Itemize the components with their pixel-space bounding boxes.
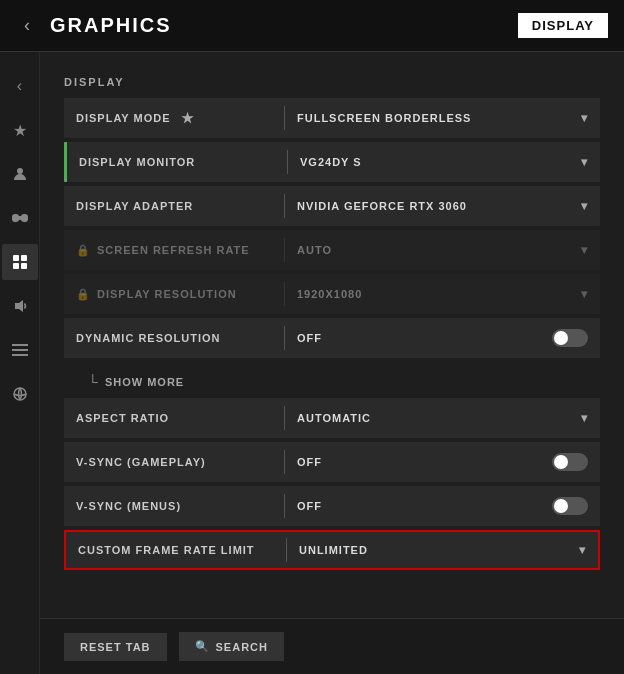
main-layout: ‹ ★ DISPLAY DISPLAY MODE ★ (0, 52, 624, 674)
setting-row-dynamic-resolution[interactable]: DYNAMIC RESOLUTION OFF (64, 318, 600, 358)
setting-row-display-monitor[interactable]: DISPLAY MONITOR VG24DY S ▾ (64, 142, 600, 182)
setting-value-display-adapter: NVIDIA GEFORCE RTX 3060 ▾ (285, 199, 600, 213)
settings-group-1: DISPLAY MODE ★ FULLSCREEN BORDERLESS ▾ D… (64, 98, 600, 358)
dynamic-resolution-toggle[interactable] (552, 329, 588, 347)
setting-label-display-mode: DISPLAY MODE ★ (64, 110, 284, 126)
chevron-icon: ▾ (581, 243, 588, 257)
setting-row-screen-refresh-rate: 🔒 SCREEN REFRESH RATE AUTO ▾ (64, 230, 600, 270)
setting-row-vsync-menus[interactable]: V-SYNC (MENUS) OFF (64, 486, 600, 526)
chevron-icon: ▾ (581, 111, 588, 125)
header-left: ‹ GRAPHICS (16, 11, 172, 40)
sidebar-item-graphics[interactable] (2, 244, 38, 280)
svg-rect-17 (12, 354, 28, 356)
setting-label-vsync-menus: V-SYNC (MENUS) (64, 500, 284, 512)
display-badge: DISPLAY (518, 13, 608, 38)
chevron-icon: ▾ (579, 543, 586, 557)
back-button[interactable]: ‹ (16, 11, 38, 40)
setting-row-display-adapter[interactable]: DISPLAY ADAPTER NVIDIA GEFORCE RTX 3060 … (64, 186, 600, 226)
setting-value-vsync-gameplay: OFF (285, 453, 600, 471)
setting-label-vsync-gameplay: V-SYNC (GAMEPLAY) (64, 456, 284, 468)
setting-row-display-resolution: 🔒 DISPLAY RESOLUTION 1920X1080 ▾ (64, 274, 600, 314)
svg-marker-14 (15, 300, 23, 312)
svg-rect-5 (13, 217, 16, 219)
show-more-label: SHOW MORE (105, 376, 184, 388)
setting-value-aspect-ratio: AUTOMATIC ▾ (285, 411, 600, 425)
vsync-gameplay-toggle[interactable] (552, 453, 588, 471)
main-content: DISPLAY DISPLAY MODE ★ FULLSCREEN BORDER… (40, 52, 624, 674)
sidebar-item-network[interactable] (2, 376, 38, 412)
svg-point-0 (17, 168, 23, 174)
setting-label-aspect-ratio: ASPECT RATIO (64, 412, 284, 424)
svg-rect-10 (13, 255, 19, 261)
chevron-icon: ▾ (581, 155, 588, 169)
star-icon: ★ (181, 110, 195, 126)
setting-value-display-monitor: VG24DY S ▾ (288, 155, 600, 169)
setting-row-vsync-gameplay[interactable]: V-SYNC (GAMEPLAY) OFF (64, 442, 600, 482)
setting-label-display-resolution: 🔒 DISPLAY RESOLUTION (64, 288, 284, 301)
search-button[interactable]: 🔍 SEARCH (179, 632, 284, 661)
svg-point-7 (25, 217, 27, 219)
vsync-menus-toggle[interactable] (552, 497, 588, 515)
page-title: GRAPHICS (50, 14, 172, 37)
search-label: SEARCH (216, 641, 268, 653)
sidebar-item-favorites[interactable]: ★ (2, 112, 38, 148)
setting-label-custom-frame-rate: CUSTOM FRAME RATE LIMIT (66, 544, 286, 556)
search-icon: 🔍 (195, 640, 210, 653)
sidebar-item-profile[interactable] (2, 156, 38, 192)
lock-icon: 🔒 (76, 288, 91, 301)
setting-row-aspect-ratio[interactable]: ASPECT RATIO AUTOMATIC ▾ (64, 398, 600, 438)
sidebar-item-audio[interactable] (2, 288, 38, 324)
setting-value-dynamic-resolution: OFF (285, 329, 600, 347)
show-more[interactable]: └ SHOW MORE (64, 370, 600, 398)
footer: RESET TAB 🔍 SEARCH (40, 618, 624, 674)
setting-value-custom-frame-rate: UNLIMITED ▾ (287, 543, 598, 557)
chevron-icon: ▾ (581, 287, 588, 301)
setting-label-display-adapter: DISPLAY ADAPTER (64, 200, 284, 212)
chevron-icon: ▾ (581, 199, 588, 213)
section-title: DISPLAY (64, 76, 600, 88)
chevron-icon: ▾ (581, 411, 588, 425)
svg-rect-13 (21, 263, 27, 269)
settings-group-2: ASPECT RATIO AUTOMATIC ▾ V-SYNC (GAMEPLA… (64, 398, 600, 570)
sidebar-item-back[interactable]: ‹ (2, 68, 38, 104)
svg-rect-15 (12, 344, 28, 346)
svg-rect-16 (12, 349, 28, 351)
setting-label-screen-refresh-rate: 🔒 SCREEN REFRESH RATE (64, 244, 284, 257)
sidebar: ‹ ★ (0, 52, 40, 674)
setting-row-custom-frame-rate[interactable]: CUSTOM FRAME RATE LIMIT UNLIMITED ▾ (64, 530, 600, 570)
setting-label-display-monitor: DISPLAY MONITOR (67, 156, 287, 168)
setting-value-display-mode: FULLSCREEN BORDERLESS ▾ (285, 111, 600, 125)
reset-tab-button[interactable]: RESET TAB (64, 633, 167, 661)
setting-value-screen-refresh-rate: AUTO ▾ (285, 243, 600, 257)
sidebar-item-controller[interactable] (2, 200, 38, 236)
setting-row-display-mode[interactable]: DISPLAY MODE ★ FULLSCREEN BORDERLESS ▾ (64, 98, 600, 138)
setting-label-dynamic-resolution: DYNAMIC RESOLUTION (64, 332, 284, 344)
svg-point-9 (21, 217, 23, 219)
setting-value-vsync-menus: OFF (285, 497, 600, 515)
svg-rect-11 (21, 255, 27, 261)
svg-point-6 (23, 216, 25, 218)
lock-icon: 🔒 (76, 244, 91, 257)
svg-point-8 (23, 219, 25, 221)
show-more-line-icon: └ (88, 374, 99, 390)
header: ‹ GRAPHICS DISPLAY (0, 0, 624, 52)
setting-value-display-resolution: 1920X1080 ▾ (285, 287, 600, 301)
svg-rect-12 (13, 263, 19, 269)
sidebar-item-interface[interactable] (2, 332, 38, 368)
